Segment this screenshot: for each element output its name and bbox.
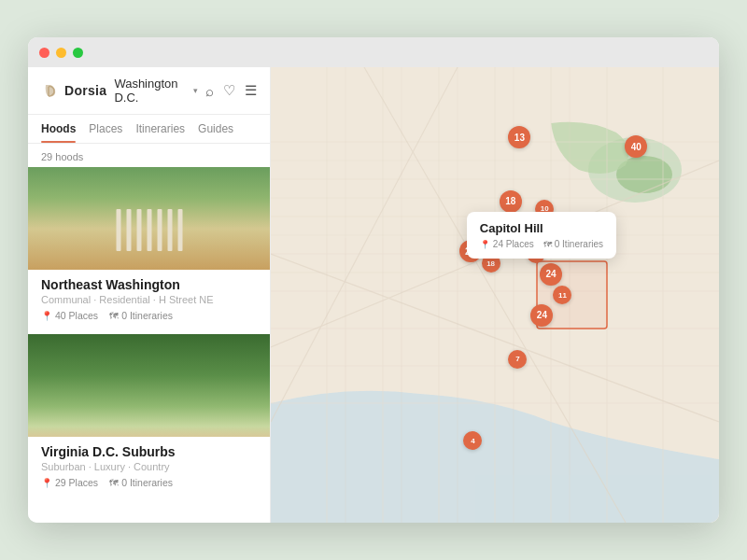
map-area[interactable]: 13 40 18 10 20 23 21 18 7 24 24 11 7 4 C… [271, 67, 719, 523]
map-pin-24a[interactable]: 24 [540, 263, 562, 286]
northeast-meta: 📍 40 Places 🗺 0 Itineraries [41, 310, 257, 321]
tab-hoods[interactable]: Hoods [41, 122, 76, 143]
maximize-button[interactable] [73, 48, 83, 58]
heart-icon[interactable]: ♡ [223, 82, 235, 99]
sidebar: Dorsia Washington D.C. ▾ ⌕ ♡ ☰ Hoods Pla… [28, 67, 271, 523]
popup-meta: 📍 24 Places 🗺 0 Itineraries [480, 239, 603, 249]
tab-places[interactable]: Places [89, 122, 122, 143]
city-name: Washington D.C. [114, 77, 190, 105]
virginia-itineraries: 🗺 0 Itineraries [109, 477, 173, 488]
tab-itineraries[interactable]: Itineraries [135, 122, 185, 143]
virginia-places: 📍 29 Places [41, 477, 98, 488]
northeast-info: Northeast Washington Communal · Resident… [28, 270, 270, 321]
map-pin-18a[interactable]: 18 [500, 190, 522, 213]
popup-itineraries: 🗺 0 Itineraries [543, 239, 603, 249]
logo-area: Dorsia [41, 81, 106, 100]
hoods-count: 29 hoods [28, 144, 270, 167]
map-svg [271, 67, 719, 523]
popup-title: Capitol Hill [480, 221, 603, 235]
chevron-down-icon: ▾ [193, 86, 198, 95]
nav-header: Dorsia Washington D.C. ▾ ⌕ ♡ ☰ [28, 67, 270, 115]
pin-icon-2: 📍 [41, 478, 52, 488]
hood-card-northeast[interactable]: Northeast Washington Communal · Resident… [28, 167, 270, 334]
logo-text: Dorsia [64, 83, 106, 98]
search-icon[interactable]: ⌕ [205, 83, 214, 99]
virginia-suburbs-image [28, 334, 270, 437]
northeast-name: Northeast Washington [41, 277, 257, 292]
tabs-bar: Hoods Places Itineraries Guides [28, 115, 270, 144]
popup-map-icon: 🗺 [543, 240, 552, 249]
columns-decoration [116, 209, 182, 251]
northeast-tags: Communal · Residential · H Street NE [41, 294, 257, 305]
hood-card-virginia[interactable]: Virginia D.C. Suburbs Suburban · Luxury … [28, 334, 270, 501]
map-icon-2: 🗺 [109, 478, 119, 488]
app-window: Dorsia Washington D.C. ▾ ⌕ ♡ ☰ Hoods Pla… [28, 37, 719, 523]
city-selector[interactable]: Washington D.C. ▾ [114, 77, 198, 105]
close-button[interactable] [39, 48, 49, 58]
northeast-itineraries: 🗺 0 Itineraries [109, 310, 173, 321]
popup-places: 📍 24 Places [480, 239, 534, 249]
map-icon: 🗺 [109, 311, 119, 321]
northeast-washington-image [28, 167, 270, 270]
virginia-meta: 📍 29 Places 🗺 0 Itineraries [41, 477, 257, 488]
popup-pin-icon: 📍 [480, 240, 490, 249]
app-body: Dorsia Washington D.C. ▾ ⌕ ♡ ☰ Hoods Pla… [28, 67, 719, 523]
nav-icons: ⌕ ♡ ☰ [205, 82, 257, 99]
virginia-tags: Suburban · Luxury · Country [41, 461, 257, 472]
virginia-name: Virginia D.C. Suburbs [41, 444, 257, 459]
dorsia-logo-icon [41, 81, 60, 100]
map-pin-24b[interactable]: 24 [530, 304, 553, 327]
hoods-list: Northeast Washington Communal · Resident… [28, 167, 270, 523]
minimize-button[interactable] [56, 48, 66, 58]
menu-icon[interactable]: ☰ [245, 82, 257, 99]
map-pin-7b[interactable]: 7 [508, 350, 527, 369]
pin-icon: 📍 [41, 311, 52, 321]
northeast-places: 📍 40 Places [41, 310, 98, 321]
map-popup-capitol-hill[interactable]: Capitol Hill 📍 24 Places 🗺 0 Itineraries [467, 212, 616, 259]
tab-guides[interactable]: Guides [198, 122, 233, 143]
titlebar [28, 37, 719, 67]
virginia-info: Virginia D.C. Suburbs Suburban · Luxury … [28, 437, 270, 488]
